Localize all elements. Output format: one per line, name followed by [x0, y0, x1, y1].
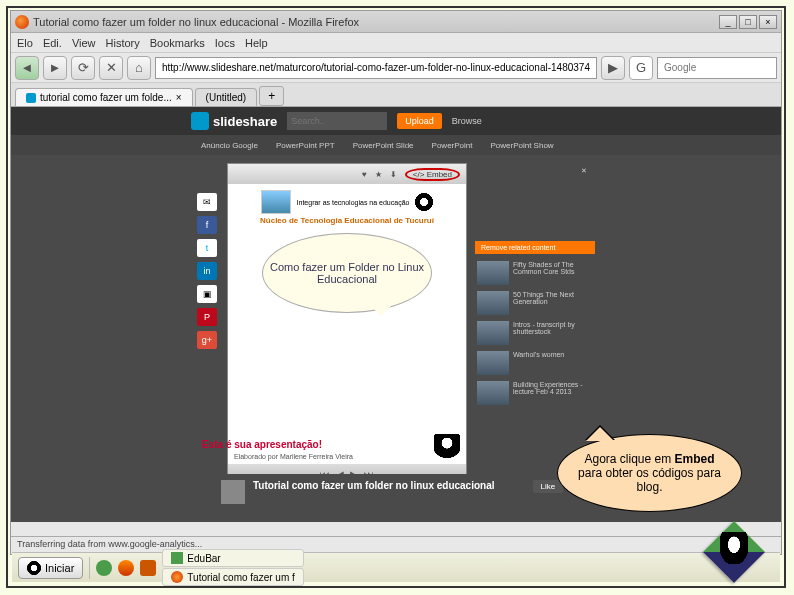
home-button[interactable]: ⌂ — [127, 56, 151, 80]
slideshare-favicon — [26, 93, 36, 103]
tab-active[interactable]: tutorial como fazer um folde... × — [15, 88, 193, 106]
avatar[interactable] — [221, 480, 245, 504]
go-button[interactable]: ▶ — [601, 56, 625, 80]
related-item[interactable]: Intros - transcript by shutterstock — [475, 318, 595, 348]
thumbnail — [477, 291, 509, 315]
tab-close-icon[interactable]: × — [176, 92, 182, 103]
slideshare-topnav: Anúncio Google PowerPoint PPT PowerPoint… — [11, 135, 781, 155]
thumbnail — [477, 321, 509, 345]
window-titlebar: Tutorial como fazer um folder no linux e… — [11, 11, 781, 33]
tab-bar: tutorial como fazer um folde... × (Untit… — [11, 83, 781, 107]
back-button[interactable]: ◄ — [15, 56, 39, 80]
reload-button[interactable]: ⟳ — [71, 56, 95, 80]
related-item[interactable]: 50 Things The Next Generation — [475, 288, 595, 318]
nucleo-title: Núcleo de Tecnologia Educacional de Tucu… — [234, 216, 460, 225]
url-bar[interactable] — [155, 57, 597, 79]
menubar: Elo Edi. View History Bookmarks Iocs Hel… — [11, 33, 781, 53]
share-email-icon[interactable]: ✉ — [197, 193, 217, 211]
window-title: Tutorial como fazer um folder no linux e… — [33, 16, 717, 28]
menu-history[interactable]: History — [106, 37, 140, 49]
upload-button[interactable]: Upload — [397, 113, 442, 129]
slide-header-text: Integrar as tecnologias na educação — [297, 199, 410, 206]
share-linkedin-icon[interactable]: in — [197, 262, 217, 280]
slide-panel: ♥ ★ ⬇ </> Embed Integrar as tecnologias … — [227, 163, 467, 522]
slideshare-logo[interactable]: slideshare — [191, 112, 277, 130]
menu-help[interactable]: Help — [245, 37, 268, 49]
toolbar-item[interactable]: ♥ — [362, 170, 367, 179]
slideshare-header: slideshare Upload Browse — [11, 107, 781, 135]
linux-educacional-logo — [706, 528, 762, 576]
maximize-button[interactable]: □ — [739, 15, 757, 29]
related-item[interactable]: Warhol's women — [475, 348, 595, 378]
slide-toolbar: ♥ ★ ⬇ </> Embed — [228, 164, 466, 184]
related-header: Remove related content — [475, 241, 595, 254]
status-text: Transferring data from www.google-analyt… — [17, 539, 202, 549]
penguin-icon — [415, 193, 433, 211]
os-taskbar: Iniciar EduBar Tutorial como fazer um f — [12, 552, 780, 582]
task-icon — [171, 552, 183, 564]
tab-label: (Untitled) — [206, 92, 247, 103]
share-facebook-icon[interactable]: f — [197, 216, 217, 234]
related-item[interactable]: Building Experiences - lecture Feb 4 201… — [475, 378, 595, 408]
share-generic-icon[interactable]: ▣ — [197, 285, 217, 303]
browse-link[interactable]: Browse — [452, 116, 482, 126]
nav-toolbar: ◄ ► ⟳ ✕ ⌂ ▶ G — [11, 53, 781, 83]
slideshare-search-input[interactable] — [287, 112, 387, 130]
share-pinterest-icon[interactable]: P — [197, 308, 217, 326]
search-input[interactable] — [657, 57, 777, 79]
tab-label: tutorial como fazer um folde... — [40, 92, 172, 103]
topnav-item[interactable]: PowerPoint PPT — [276, 141, 335, 150]
related-label: Fifty Shades of The Common Core Stds — [513, 261, 593, 285]
stop-button[interactable]: ✕ — [99, 56, 123, 80]
toolbar-item[interactable]: ⬇ — [390, 170, 397, 179]
toolbar-item[interactable]: ★ — [375, 170, 382, 179]
share-gplus-icon[interactable]: g+ — [197, 331, 217, 349]
share-column: ✉ f t in ▣ P g+ — [197, 163, 219, 522]
menu-view[interactable]: View — [72, 37, 96, 49]
slideshare-logo-text: slideshare — [213, 114, 277, 129]
forward-button[interactable]: ► — [43, 56, 67, 80]
minimize-button[interactable]: _ — [719, 15, 737, 29]
menu-tools[interactable]: Iocs — [215, 37, 235, 49]
slide-header-row: Integrar as tecnologias na educação — [234, 190, 460, 214]
taskbar-item-tutorial[interactable]: Tutorial como fazer um f — [162, 568, 303, 586]
taskbar-item-edubar[interactable]: EduBar — [162, 549, 303, 567]
thumbnail — [477, 261, 509, 285]
taskbar-app-icon[interactable] — [118, 560, 134, 576]
slideshare-logo-icon — [191, 112, 209, 130]
tab-untitled[interactable]: (Untitled) — [195, 88, 258, 106]
topnav-item[interactable]: Anúncio Google — [201, 141, 258, 150]
taskbar-app-icon[interactable] — [140, 560, 156, 576]
menu-edit[interactable]: Edi. — [43, 37, 62, 49]
menu-bookmarks[interactable]: Bookmarks — [150, 37, 205, 49]
embed-button[interactable]: </> Embed — [405, 168, 460, 181]
start-label: Iniciar — [45, 562, 74, 574]
main-callout-text: Como fazer um Folder no Linux Educaciona… — [263, 261, 431, 285]
close-button[interactable]: × — [759, 15, 777, 29]
presentation-title: Tutorial como fazer um folder no linux e… — [253, 480, 495, 491]
topnav-item[interactable]: PowerPoint — [432, 141, 473, 150]
taskbar-app-icon[interactable] — [96, 560, 112, 576]
related-label: 50 Things The Next Generation — [513, 291, 593, 315]
related-label: Warhol's women — [513, 351, 564, 375]
firefox-icon — [15, 15, 29, 29]
related-item[interactable]: Fifty Shades of The Common Core Stds — [475, 258, 595, 288]
related-label: Building Experiences - lecture Feb 4 201… — [513, 381, 593, 405]
main-callout: Como fazer um Folder no Linux Educaciona… — [262, 233, 432, 313]
start-icon — [27, 561, 41, 575]
task-label: EduBar — [187, 553, 220, 564]
callout-text: Agora clique em Embed para obter os códi… — [572, 452, 727, 494]
start-button[interactable]: Iniciar — [18, 557, 83, 579]
new-tab-button[interactable]: + — [259, 86, 284, 106]
task-label: Tutorial como fazer um f — [187, 572, 294, 583]
slide-header-image — [261, 190, 291, 214]
penguin-icon — [434, 434, 460, 460]
share-twitter-icon[interactable]: t — [197, 239, 217, 257]
menu-file[interactable]: Elo — [17, 37, 33, 49]
firefox-icon — [171, 571, 183, 583]
thumbnail — [477, 351, 509, 375]
topnav-item[interactable]: PowerPoint Show — [490, 141, 553, 150]
close-panel-button[interactable]: ✕ — [475, 163, 595, 179]
slide-content: Integrar as tecnologias na educação Núcl… — [228, 184, 466, 464]
topnav-item[interactable]: PowerPoint Slide — [353, 141, 414, 150]
